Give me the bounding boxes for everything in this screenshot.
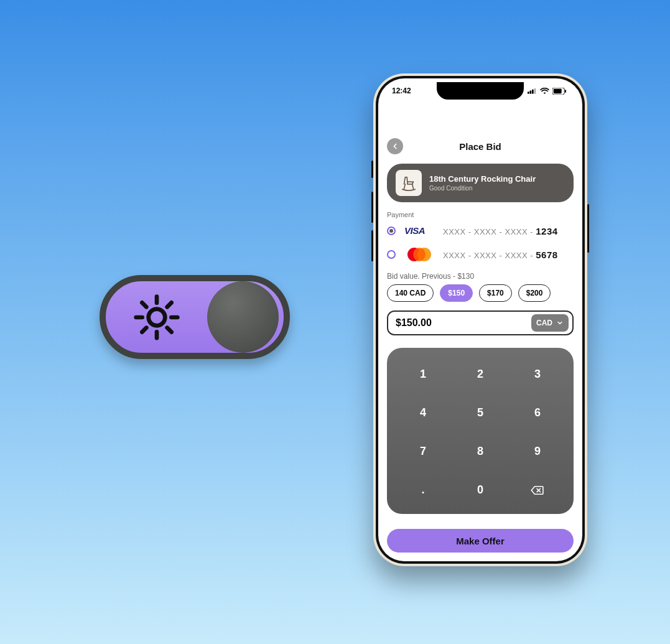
rocking-chair-icon [399, 174, 418, 192]
back-button[interactable] [387, 138, 403, 154]
bid-value-label: Bid value. Previous - $130 [387, 272, 574, 281]
item-name: 18th Century Rocking Chair [429, 174, 536, 184]
svg-rect-9 [528, 91, 529, 94]
currency-selector[interactable]: CAD [531, 314, 569, 332]
svg-rect-10 [530, 91, 532, 94]
phone-screen: 12:42 [378, 78, 582, 561]
key-2[interactable]: 2 [455, 360, 505, 388]
svg-rect-14 [554, 88, 562, 93]
bid-amount-input[interactable]: $150.00 CAD [387, 310, 574, 335]
item-card: 18th Century Rocking Chair Good Conditio… [387, 164, 574, 202]
key-7[interactable]: 7 [398, 438, 448, 465]
backspace-icon [531, 485, 544, 495]
phone-mute-switch [371, 161, 373, 178]
chevron-left-icon [391, 142, 399, 151]
svg-line-5 [142, 302, 146, 307]
status-time: 12:42 [392, 86, 411, 95]
page-title: Place Bid [459, 141, 501, 152]
card-number: XXXX - XXXX - XXXX - 1234 [443, 226, 558, 236]
theme-toggle[interactable] [100, 275, 290, 359]
payment-section-label: Payment [387, 211, 574, 218]
phone-frame: 12:42 [373, 73, 587, 566]
chevron-down-icon [556, 319, 564, 327]
key-3[interactable]: 3 [513, 360, 562, 388]
svg-text:VISA: VISA [404, 226, 425, 236]
svg-point-0 [148, 309, 165, 325]
key-6[interactable]: 6 [513, 399, 562, 426]
svg-line-6 [167, 327, 171, 332]
key-1[interactable]: 1 [398, 360, 448, 388]
make-offer-button[interactable]: Make Offer [387, 529, 574, 553]
cellular-icon [528, 88, 537, 94]
battery-icon [552, 88, 566, 95]
svg-line-16 [404, 184, 406, 189]
radio-selected[interactable] [387, 226, 396, 235]
key-4[interactable]: 4 [398, 399, 448, 426]
item-thumbnail [396, 170, 422, 196]
key-0[interactable]: 0 [455, 477, 505, 504]
theme-toggle-light-side [111, 292, 202, 342]
theme-toggle-thumb[interactable] [207, 281, 279, 353]
phone-power-button [587, 204, 589, 253]
key-dot[interactable]: . [398, 477, 448, 504]
svg-rect-11 [532, 90, 534, 94]
bid-chip-140[interactable]: 140 CAD [387, 284, 434, 302]
key-8[interactable]: 8 [455, 438, 505, 465]
phone-volume-down [371, 230, 373, 261]
key-9[interactable]: 9 [513, 438, 562, 465]
svg-line-8 [167, 302, 171, 307]
mastercard-logo [403, 248, 435, 261]
svg-line-7 [142, 327, 146, 332]
bid-chip-150[interactable]: $150 [440, 284, 473, 302]
bid-chip-170[interactable]: $170 [479, 284, 512, 302]
item-condition: Good Condition [429, 185, 536, 192]
currency-label: CAD [536, 319, 552, 327]
sun-icon [132, 292, 182, 342]
card-number: XXXX - XXXX - XXXX - 5678 [443, 250, 558, 260]
svg-rect-12 [534, 88, 536, 94]
radio-unselected[interactable] [387, 250, 396, 259]
numeric-keypad: 1 2 3 4 5 6 7 8 9 . 0 [387, 348, 574, 514]
payment-option-visa[interactable]: VISA XXXX - XXXX - XXXX - 1234 [387, 222, 574, 240]
payment-option-mastercard[interactable]: XXXX - XXXX - XXXX - 5678 [387, 246, 574, 263]
wifi-icon [540, 88, 549, 95]
key-backspace[interactable] [513, 477, 562, 504]
phone-notch [437, 82, 524, 100]
svg-rect-15 [565, 90, 566, 93]
bid-amount-value: $150.00 [396, 317, 432, 329]
key-5[interactable]: 5 [455, 399, 505, 426]
phone-volume-up [371, 192, 373, 223]
bid-chip-200[interactable]: $200 [518, 284, 551, 302]
visa-logo: VISA [403, 226, 435, 236]
svg-line-17 [412, 184, 414, 189]
